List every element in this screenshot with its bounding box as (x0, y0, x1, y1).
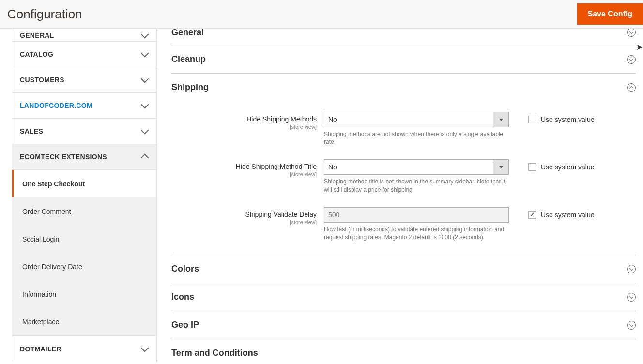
chevron-down-icon (629, 266, 633, 270)
sub-item-label: Order Delivery Date (22, 263, 82, 271)
sub-item-label: One Step Checkout (22, 180, 85, 188)
section-cleanup[interactable]: Cleanup (171, 46, 636, 74)
sidebar-item-label: ECOMTECK EXTENSIONS (20, 153, 107, 161)
expand-icon (627, 55, 636, 64)
chevron-down-icon (141, 49, 149, 58)
chevron-down-icon (629, 294, 633, 298)
sub-item-social-login[interactable]: Social Login (12, 225, 156, 253)
field-label: Hide Shipping Method Title (236, 163, 317, 170)
section-icons[interactable]: Icons (171, 283, 636, 311)
use-system-value-checkbox[interactable] (528, 211, 536, 219)
section-title: Shipping (171, 82, 209, 92)
section-title: Geo IP (171, 320, 199, 330)
sidebar-item-label: GENERAL (20, 31, 54, 39)
chevron-down-icon (141, 101, 149, 109)
chevron-up-icon (141, 154, 149, 162)
shipping-validate-delay-input[interactable] (324, 207, 509, 223)
field-label-col: Hide Shipping Method Title [store view] (171, 159, 324, 193)
field-label: Hide Shipping Methods (246, 115, 317, 123)
sidebar-item-customers[interactable]: CUSTOMERS (12, 67, 157, 93)
sidebar-item-landofcoder[interactable]: LANDOFCODER.COM (12, 93, 157, 119)
section-title: Colors (171, 264, 199, 274)
field-scope: [store view] (171, 124, 317, 130)
sidebar-item-sales[interactable]: SALES (12, 119, 157, 144)
use-system-value-checkbox[interactable] (528, 116, 536, 123)
field-label-col: Shipping Validate Delay [store view] (171, 207, 324, 241)
main-layout: GENERAL CATALOG CUSTOMERS LANDOFCODER.CO… (0, 29, 643, 364)
hide-shipping-methods-select[interactable]: No (324, 112, 509, 127)
field-hide-shipping-methods: Hide Shipping Methods [store view] No Sh… (171, 112, 636, 146)
save-config-button[interactable]: Save Config (577, 3, 643, 25)
section-general[interactable]: General (171, 29, 636, 46)
hide-shipping-method-title-select[interactable]: No (324, 159, 509, 175)
expand-icon (627, 265, 636, 273)
checkbox-label: Use system value (541, 163, 594, 171)
expand-icon (627, 321, 636, 330)
field-label-col: Hide Shipping Methods [store view] (171, 112, 324, 146)
sub-item-label: Social Login (22, 235, 59, 243)
field-hint: Shipping method title is not shown in th… (324, 178, 509, 193)
chevron-down-icon (629, 30, 633, 34)
expand-icon (627, 293, 636, 302)
sidebar-item-label: SALES (20, 127, 43, 135)
chevron-down-icon (141, 75, 149, 83)
field-control-col: How fast (in milliseconds) to validate e… (324, 207, 509, 241)
chevron-up-icon (629, 86, 633, 90)
sidebar-item-label: CUSTOMERS (20, 76, 64, 84)
collapse-icon (627, 83, 636, 92)
sidebar-item-catalog[interactable]: CATALOG (12, 42, 157, 67)
field-hint: How fast (in milliseconds) to validate e… (324, 226, 509, 241)
field-control-col: No Shipping methods are not shown when t… (324, 112, 509, 146)
sidebar-item-dotmailer[interactable]: DOTMAILER (12, 336, 157, 362)
chevron-down-icon (629, 57, 633, 61)
section-title: Cleanup (171, 54, 206, 64)
chevron-down-icon (629, 322, 633, 326)
field-label: Shipping Validate Delay (245, 211, 317, 218)
select-value: No (324, 163, 337, 171)
sub-item-order-comment[interactable]: Order Comment (12, 197, 156, 225)
section-colors[interactable]: Colors (171, 255, 636, 283)
select-dropdown-button (493, 160, 508, 174)
section-terms[interactable]: Term and Conditions (171, 339, 636, 358)
sub-item-one-step-checkout[interactable]: One Step Checkout (12, 170, 156, 197)
top-bar: Configuration Save Config (0, 0, 643, 29)
chevron-down-icon (499, 119, 503, 121)
sub-item-label: Order Comment (22, 208, 71, 215)
sidebar-item-label: CATALOG (20, 50, 53, 58)
select-value: No (324, 116, 337, 123)
section-title: General (171, 29, 204, 38)
field-scope: [store view] (171, 219, 317, 225)
shipping-section-body: Hide Shipping Methods [store view] No Sh… (171, 101, 636, 255)
chevron-down-icon (141, 126, 149, 135)
sidebar-item-general[interactable]: GENERAL (12, 29, 157, 42)
field-shipping-validate-delay: Shipping Validate Delay [store view] How… (171, 207, 636, 241)
chevron-down-icon (141, 30, 149, 38)
section-title: Term and Conditions (171, 348, 258, 358)
section-shipping[interactable]: Shipping (171, 74, 636, 101)
checkbox-label: Use system value (541, 116, 594, 123)
select-dropdown-button (493, 112, 508, 127)
sidebar-item-ecomteck[interactable]: ECOMTECK EXTENSIONS (12, 144, 157, 170)
sidebar-item-label: DOTMAILER (20, 345, 61, 353)
chevron-down-icon (499, 166, 503, 168)
section-title: Icons (171, 292, 194, 302)
sidebar-sub-panel: One Step Checkout Order Comment Social L… (12, 170, 157, 336)
content: General Cleanup Shipping Hide Shipping M… (157, 29, 643, 364)
field-scope: [store view] (171, 171, 317, 177)
field-hint: Shipping methods are not shown when ther… (324, 130, 509, 146)
field-control-col: No Shipping method title is not shown in… (324, 159, 509, 193)
sub-item-label: Information (22, 290, 56, 298)
sub-item-information[interactable]: Information (12, 280, 156, 308)
checkbox-label: Use system value (541, 211, 594, 219)
page-title: Configuration (7, 7, 82, 22)
field-checkbox-col: Use system value (509, 159, 594, 175)
sidebar: GENERAL CATALOG CUSTOMERS LANDOFCODER.CO… (0, 29, 157, 364)
expand-icon (627, 29, 636, 37)
sub-item-marketplace[interactable]: Marketplace (12, 308, 156, 335)
section-geoip[interactable]: Geo IP (171, 311, 636, 339)
chevron-down-icon (141, 344, 149, 352)
sub-item-label: Marketplace (22, 318, 59, 326)
sub-item-order-delivery-date[interactable]: Order Delivery Date (12, 253, 156, 280)
use-system-value-checkbox[interactable] (528, 163, 536, 171)
sidebar-item-label: LANDOFCODER.COM (20, 102, 92, 109)
